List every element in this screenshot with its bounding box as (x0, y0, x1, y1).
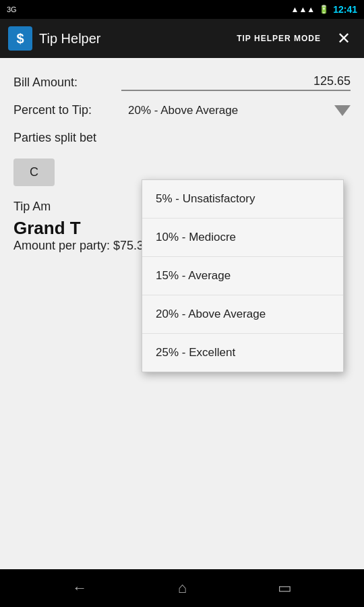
per-party-label: Amount per party: $75.39 (13, 239, 150, 252)
dropdown-item-5pct[interactable]: 5% - Unsatisfactory (142, 180, 343, 219)
bottom-nav: ← ⌂ ▭ (0, 569, 364, 607)
calc-button[interactable]: C (13, 158, 55, 186)
percent-value[interactable]: 20% - Above Average (128, 104, 330, 117)
percent-dropdown[interactable]: 5% - Unsatisfactory10% - Mediocre15% - A… (142, 179, 344, 372)
app-logo: $ (8, 26, 32, 51)
bill-amount-label: Bill Amount: (13, 76, 121, 90)
dropdown-item-10pct[interactable]: 10% - Mediocre (142, 219, 343, 257)
parties-row: Parties split bet (13, 131, 351, 145)
signal-icon: ▲▲▲ (291, 5, 315, 14)
dropdown-item-15pct[interactable]: 15% - Average (142, 257, 343, 295)
app-title: Tip Helper (39, 31, 237, 47)
dropdown-item-25pct[interactable]: 25% - Excellent (142, 334, 343, 372)
mode-label: TIP HELPER MODE (237, 34, 321, 43)
status-bar: 3G ▲▲▲ 🔋 12:41 (0, 0, 364, 19)
bill-amount-value[interactable]: 125.65 (121, 74, 351, 91)
network-indicator: 3G (7, 5, 17, 13)
grand-total-label: Grand T (13, 218, 81, 238)
parties-label: Parties split bet (13, 131, 351, 145)
percent-row: Percent to Tip: 20% - Above Average (13, 103, 351, 117)
recents-button[interactable]: ▭ (278, 579, 292, 597)
time-display: 12:41 (333, 4, 357, 15)
main-content: Bill Amount: 125.65 Percent to Tip: 20% … (0, 58, 364, 269)
close-button[interactable]: ✕ (332, 26, 356, 51)
home-button[interactable]: ⌂ (178, 579, 187, 597)
dropdown-item-20pct[interactable]: 20% - Above Average (142, 295, 343, 334)
bill-amount-row: Bill Amount: 125.65 (13, 74, 351, 91)
percent-label: Percent to Tip: (13, 103, 128, 117)
battery-icon: 🔋 (319, 5, 329, 14)
app-header: $ Tip Helper TIP HELPER MODE ✕ (0, 19, 364, 58)
back-button[interactable]: ← (72, 579, 87, 597)
tip-amount-label: Tip Am (13, 200, 51, 213)
dropdown-arrow-icon[interactable] (334, 105, 351, 116)
